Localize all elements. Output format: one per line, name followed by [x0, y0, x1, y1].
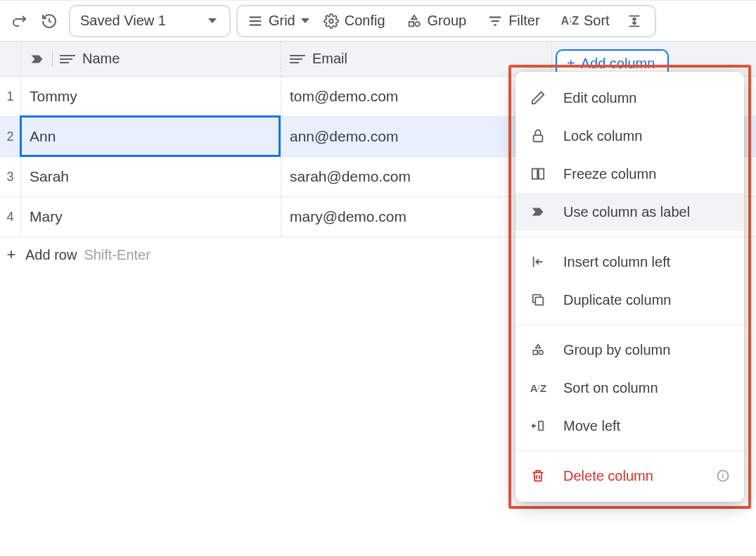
sort-az-icon: A↓Z: [528, 382, 548, 394]
grid-icon: [248, 13, 263, 29]
menu-item-label: Edit column: [563, 90, 637, 106]
svg-rect-16: [533, 350, 537, 355]
row-number: 3: [0, 157, 21, 196]
toolbar-chip-group: Grid Config Group: [236, 5, 656, 37]
filter-label: Filter: [508, 13, 539, 29]
text-type-icon: [290, 55, 305, 63]
insert-left-icon: [528, 254, 548, 270]
svg-point-17: [539, 350, 543, 355]
cell-name[interactable]: Tommy: [21, 77, 281, 116]
menu-freeze-column[interactable]: Freeze column: [515, 155, 744, 193]
menu-item-label: Group by column: [563, 342, 670, 358]
trash-icon: [528, 468, 548, 484]
pencil-icon: [528, 90, 548, 106]
svg-point-5: [415, 21, 419, 25]
menu-item-label: Freeze column: [563, 166, 656, 182]
saved-view-label: Saved View 1: [80, 13, 166, 29]
filter-icon: [487, 13, 503, 29]
sort-label: Sort: [584, 13, 610, 29]
column-name-label: Name: [82, 51, 120, 67]
group-button[interactable]: Group: [399, 5, 474, 37]
column-context-menu: Edit column Lock column Freeze column Us…: [515, 72, 744, 502]
info-icon: [716, 469, 730, 483]
svg-point-21: [722, 473, 724, 474]
move-left-icon: [528, 418, 548, 434]
row-number: 2: [0, 117, 21, 156]
menu-item-label: Duplicate column: [563, 292, 671, 308]
history-button[interactable]: [35, 7, 63, 35]
svg-rect-12: [532, 169, 537, 179]
menu-item-label: Lock column: [563, 128, 642, 144]
label-arrow-icon: [30, 51, 45, 67]
cell-value: Mary: [30, 208, 63, 225]
menu-insert-column-left[interactable]: Insert column left: [515, 243, 744, 281]
row-number: 4: [0, 197, 21, 236]
annotation-highlight: Edit column Lock column Freeze column Us…: [508, 65, 751, 509]
redo-button[interactable]: [6, 7, 34, 35]
config-label: Config: [345, 13, 385, 29]
cell-name[interactable]: Ann: [21, 117, 281, 156]
duplicate-icon: [528, 292, 548, 308]
svg-rect-13: [539, 169, 544, 179]
menu-sort-on-column[interactable]: A↓Z Sort on column: [515, 369, 744, 407]
config-button[interactable]: Config: [316, 5, 392, 37]
svg-point-3: [329, 19, 333, 23]
gear-icon: [323, 13, 339, 29]
menu-item-label: Delete column: [563, 468, 653, 484]
cell-name[interactable]: Mary: [21, 197, 281, 236]
add-row-hint: Shift-Enter: [84, 247, 150, 263]
saved-view-dropdown[interactable]: Saved View 1: [69, 5, 231, 37]
menu-use-column-as-label[interactable]: Use column as label: [515, 193, 744, 231]
layout-dropdown[interactable]: Grid: [248, 5, 309, 37]
sort-button[interactable]: A↓Z Sort: [554, 5, 617, 37]
group-icon: [406, 13, 422, 29]
menu-lock-column[interactable]: Lock column: [515, 117, 744, 155]
lock-icon: [528, 128, 548, 144]
menu-group-by-column[interactable]: Group by column: [515, 331, 744, 369]
cell-name[interactable]: Sarah: [21, 157, 281, 196]
menu-duplicate-column[interactable]: Duplicate column: [515, 281, 744, 319]
cell-value: Tommy: [30, 88, 77, 105]
svg-rect-4: [409, 21, 413, 25]
cell-value: ann@demo.com: [290, 128, 398, 145]
menu-item-label: Move left: [563, 418, 620, 434]
menu-edit-column[interactable]: Edit column: [515, 79, 744, 117]
menu-move-left[interactable]: Move left: [515, 407, 744, 445]
cell-value: Ann: [30, 128, 56, 145]
group-label: Group: [428, 13, 467, 29]
row-height-icon: [627, 13, 642, 29]
column-header-name[interactable]: Name: [21, 42, 281, 76]
svg-rect-15: [535, 297, 543, 305]
row-height-button[interactable]: [624, 5, 645, 37]
toolbar: Saved View 1 Grid Config: [0, 0, 756, 41]
filter-button[interactable]: Filter: [480, 5, 546, 37]
row-number: 1: [0, 77, 21, 116]
label-arrow-icon: [528, 204, 548, 220]
chevron-down-icon: [301, 18, 309, 23]
row-number-header: [0, 42, 21, 76]
menu-delete-column[interactable]: Delete column: [515, 457, 744, 495]
text-type-icon: [60, 55, 75, 63]
svg-rect-11: [534, 135, 543, 141]
column-email-label: Email: [312, 51, 347, 67]
layout-label: Grid: [269, 13, 295, 29]
plus-icon: +: [4, 246, 18, 264]
menu-item-label: Use column as label: [563, 204, 690, 220]
menu-item-label: Sort on column: [563, 380, 658, 396]
menu-item-label: Insert column left: [563, 254, 670, 270]
group-icon: [528, 343, 548, 357]
add-row-label: Add row: [25, 247, 77, 263]
cell-value: mary@demo.com: [290, 208, 406, 225]
chevron-down-icon: [208, 18, 217, 23]
cell-value: Sarah: [30, 168, 69, 185]
svg-rect-18: [539, 422, 543, 431]
freeze-icon: [528, 166, 548, 182]
cell-value: tom@demo.com: [290, 88, 398, 105]
cell-value: sarah@demo.com: [290, 168, 411, 185]
sort-az-icon: A↓Z: [561, 15, 578, 27]
